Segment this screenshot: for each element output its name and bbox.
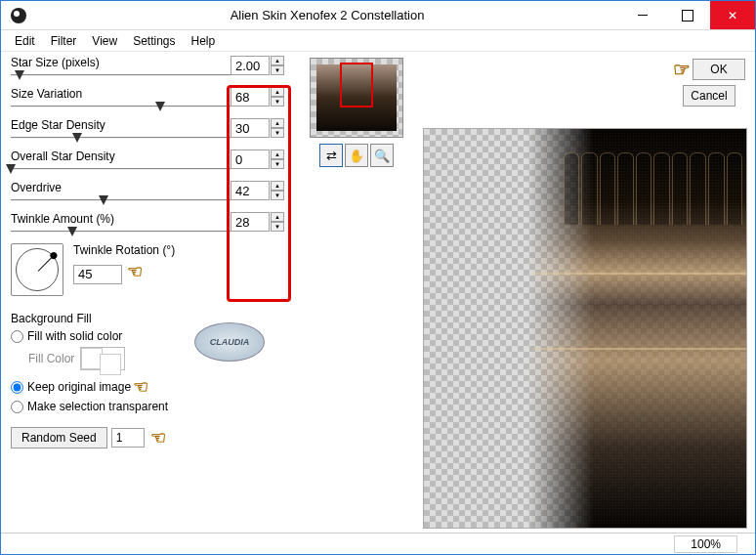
- label-edge-density: Edge Star Density: [11, 118, 231, 132]
- label-star-size: Star Size (pixels): [11, 56, 231, 69]
- slider-overdrive[interactable]: [11, 196, 231, 202]
- input-edge-density[interactable]: [231, 118, 270, 138]
- radio-make-transparent[interactable]: Make selection transparent: [11, 400, 290, 413]
- slider-edge-density[interactable]: [11, 134, 231, 140]
- param-twinkle-amount: Twinkle Amount (%) ▲▼: [11, 212, 231, 234]
- window-title: Alien Skin Xenofex 2 Constellation: [34, 8, 620, 22]
- menu-settings[interactable]: Settings: [125, 32, 183, 50]
- close-button[interactable]: [710, 1, 755, 29]
- pointer-icon: ☞: [673, 58, 691, 81]
- label-twinkle-amount: Twinkle Amount (%): [11, 212, 231, 226]
- input-overall-density[interactable]: [231, 149, 270, 169]
- input-twinkle-rotation[interactable]: [73, 265, 122, 284]
- input-overdrive[interactable]: [231, 181, 270, 200]
- label-overdrive: Overdrive: [11, 181, 231, 194]
- menubar: Edit Filter View Settings Help: [1, 30, 755, 52]
- param-edge-density: Edge Star Density ▲▼: [11, 118, 231, 140]
- fill-color-swatch[interactable]: [80, 347, 125, 370]
- pointer-icon: ☜: [127, 261, 143, 282]
- label-fill-color: Fill Color: [28, 352, 74, 365]
- navigator-thumbnail[interactable]: [310, 58, 403, 138]
- navigator-viewport[interactable]: [340, 63, 373, 107]
- titlebar: Alien Skin Xenofex 2 Constellation: [1, 1, 755, 30]
- input-twinkle-amount[interactable]: [231, 212, 270, 232]
- pointer-icon: ☜: [133, 376, 148, 398]
- preview-canvas[interactable]: [423, 128, 747, 529]
- label-background-fill: Background Fill: [11, 312, 290, 325]
- label-twinkle-rotation: Twinkle Rotation (°): [73, 243, 175, 257]
- spinner-twinkle-amount[interactable]: ▲▼: [271, 212, 284, 232]
- pointer-icon: ☜: [150, 427, 166, 448]
- spinner-star-size[interactable]: ▲▼: [271, 56, 284, 75]
- random-seed-button[interactable]: Random Seed: [11, 427, 107, 448]
- param-overdrive: Overdrive ▲▼: [11, 181, 231, 202]
- param-star-size: Star Size (pixels) ▲▼: [11, 56, 231, 77]
- radio-keep-original[interactable]: Keep original image ☜: [11, 376, 290, 398]
- controls-panel: Star Size (pixels) ▲▼ Size Variation ▲▼ …: [1, 52, 294, 533]
- label-overall-density: Overall Star Density: [11, 149, 231, 163]
- statusbar: 100%: [1, 533, 755, 554]
- zoom-level[interactable]: 100%: [674, 535, 737, 553]
- cancel-button[interactable]: Cancel: [683, 85, 735, 107]
- tool-hand-icon[interactable]: ✋: [345, 144, 368, 167]
- navigator-panel: ⇄ ✋ 🔍: [294, 52, 419, 533]
- spinner-overall-density[interactable]: ▲▼: [271, 149, 284, 169]
- param-overall-density: Overall Star Density ▲▼: [11, 149, 231, 171]
- spinner-size-variation[interactable]: ▲▼: [271, 87, 284, 107]
- slider-star-size[interactable]: [11, 71, 231, 77]
- param-size-variation: Size Variation ▲▼: [11, 87, 231, 108]
- spinner-overdrive[interactable]: ▲▼: [271, 181, 284, 200]
- dial-twinkle-rotation[interactable]: [11, 243, 63, 296]
- menu-edit[interactable]: Edit: [7, 32, 43, 50]
- input-random-seed[interactable]: [111, 428, 145, 448]
- input-star-size[interactable]: [231, 56, 270, 75]
- slider-size-variation[interactable]: [11, 103, 231, 108]
- input-size-variation[interactable]: [231, 87, 270, 107]
- preview-panel: ☞ OK Cancel: [419, 52, 755, 533]
- maximize-button[interactable]: [665, 1, 710, 29]
- ok-button[interactable]: OK: [693, 59, 745, 80]
- slider-twinkle-amount[interactable]: [11, 228, 231, 234]
- label-size-variation: Size Variation: [11, 87, 231, 101]
- slider-overall-density[interactable]: [11, 165, 231, 171]
- menu-view[interactable]: View: [84, 32, 125, 50]
- author-badge: CLAUDIA: [194, 322, 265, 362]
- tool-swap-icon[interactable]: ⇄: [319, 144, 343, 167]
- tool-zoom-icon[interactable]: 🔍: [370, 144, 394, 167]
- spinner-edge-density[interactable]: ▲▼: [271, 118, 284, 138]
- minimize-button[interactable]: [620, 1, 665, 29]
- menu-help[interactable]: Help: [184, 32, 224, 50]
- menu-filter[interactable]: Filter: [43, 32, 85, 50]
- app-icon: [11, 8, 26, 23]
